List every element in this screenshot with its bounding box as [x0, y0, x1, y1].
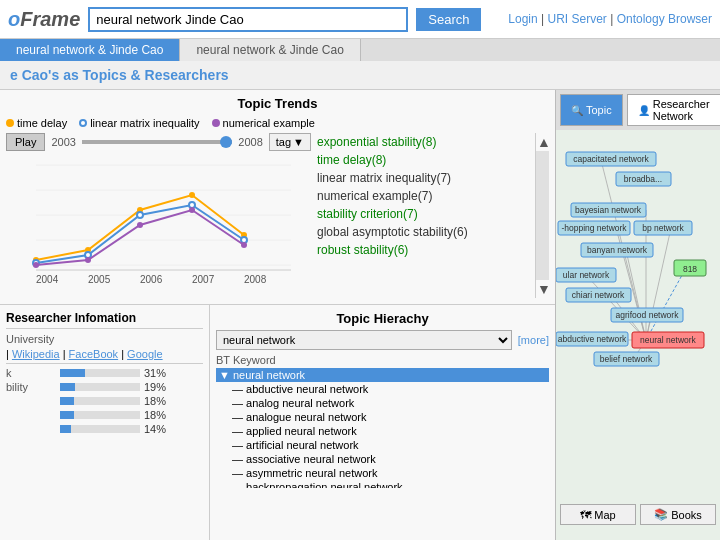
tree-child-7[interactable]: — asymmetric neural network [216, 466, 549, 480]
hierarchy-select[interactable]: neural network [216, 330, 512, 350]
svg-text:banyan network: banyan network [587, 245, 648, 255]
year-end: 2008 [238, 136, 262, 148]
stat-bar-bg-3 [60, 397, 140, 405]
tab-active[interactable]: neural network & Jinde Cao [0, 39, 180, 61]
stat-row-1: k 31% [6, 367, 203, 379]
graph-tabs: 🔍 Topic 👤 Researcher Network [556, 90, 720, 130]
legend-time-delay: time delay [6, 117, 67, 129]
stat-pct-2: 19% [144, 381, 172, 393]
researcher-panel: Researcher Infomation University | Wikip… [0, 305, 210, 540]
tag-label: tag [276, 136, 291, 148]
uri-server-link[interactable]: URI Server [547, 12, 606, 26]
svg-text:capacitated network: capacitated network [573, 154, 649, 164]
main-content: Topic Trends time delay linear matrix in… [0, 90, 720, 540]
stat-label-2: bility [6, 381, 56, 393]
tree-child-6[interactable]: — associative neural network [216, 452, 549, 466]
svg-text:broadba...: broadba... [624, 174, 662, 184]
svg-text:2005: 2005 [88, 274, 111, 285]
svg-text:agrifood network: agrifood network [616, 310, 680, 320]
graph-tab-topic[interactable]: 🔍 Topic [560, 94, 623, 126]
stat-label-1: k [6, 367, 56, 379]
tag-button[interactable]: tag ▼ [269, 133, 311, 151]
svg-text:2008: 2008 [244, 274, 267, 285]
tree-root[interactable]: ▼ neural network [216, 368, 549, 382]
list-item[interactable]: robust stability(6) [317, 241, 529, 259]
list-item[interactable]: global asymptotic stability(6) [317, 223, 529, 241]
year-start: 2003 [51, 136, 75, 148]
stat-pct-3: 18% [144, 395, 172, 407]
wikipedia-link[interactable]: Wikipedia [12, 348, 60, 360]
stat-pct-5: 14% [144, 423, 172, 435]
svg-text:abductive network: abductive network [558, 334, 627, 344]
stat-pct-1: 31% [144, 367, 172, 379]
facebook-link[interactable]: FaceBook [69, 348, 119, 360]
page-title-highlight: Topics & Researchers [83, 67, 229, 83]
svg-point-18 [137, 212, 143, 218]
stat-bar-4 [60, 411, 74, 419]
svg-text:neural network: neural network [640, 335, 697, 345]
scroll-up-arrow[interactable]: ▲ [536, 133, 549, 151]
bottom-section: Researcher Infomation University | Wikip… [0, 305, 555, 540]
trends-title: Topic Trends [6, 96, 549, 111]
svg-text:belief network: belief network [600, 354, 653, 364]
tree-child-1[interactable]: — abductive neural network [216, 382, 549, 396]
graph-tab-topic-label: Topic [586, 104, 612, 116]
play-button[interactable]: Play [6, 133, 45, 151]
svg-text:2007: 2007 [192, 274, 215, 285]
svg-text:-hopping network: -hopping network [561, 223, 627, 233]
legend-dot-3 [212, 119, 220, 127]
list-item[interactable]: stability criterion(7) [317, 205, 529, 223]
books-button[interactable]: 📚 Books [640, 504, 716, 525]
svg-text:bp network: bp network [642, 223, 684, 233]
topic-scrollbar[interactable]: ▲ ▼ [535, 133, 549, 298]
hierarchy-controls: neural network [more] [216, 330, 549, 350]
divider [6, 363, 203, 364]
svg-point-24 [189, 207, 195, 213]
legend: time delay linear matrix inequality nume… [6, 115, 549, 133]
list-item[interactable]: linear matrix inequality(7) [317, 169, 529, 187]
logo: oFrame [8, 6, 80, 32]
tree-child-8[interactable]: — backpropagation neural network [216, 480, 549, 488]
researcher-links: | Wikipedia | FaceBook | Google [6, 348, 203, 360]
map-button[interactable]: 🗺 Map [560, 504, 636, 525]
stat-row-5: 14% [6, 423, 203, 435]
tree-child-4[interactable]: — applied neural network [216, 424, 549, 438]
topic-list-container: exponential stability(8) time delay(8) l… [311, 133, 549, 298]
tree-child-3[interactable]: — analogue neural network [216, 410, 549, 424]
university-label: University [6, 333, 203, 345]
stat-bar-2 [60, 383, 75, 391]
legend-dot-1 [6, 119, 14, 127]
stat-bar-bg-1 [60, 369, 140, 377]
scroll-down-arrow[interactable]: ▼ [536, 280, 549, 298]
svg-text:ular network: ular network [563, 270, 610, 280]
tab-inactive[interactable]: neural network & Jinde Cao [180, 39, 360, 61]
list-item[interactable]: time delay(8) [317, 151, 529, 169]
page-title-prefix: e Cao's as [10, 67, 83, 83]
svg-text:2006: 2006 [140, 274, 163, 285]
legend-label-2: linear matrix inequality [90, 117, 199, 129]
search-input[interactable] [88, 7, 408, 32]
books-label: Books [671, 509, 702, 521]
graph-canvas: capacitated network broadba... bayesian … [556, 130, 720, 500]
ontology-browser-link[interactable]: Ontology Browser [617, 12, 712, 26]
graph-tab-researcher[interactable]: 👤 Researcher Network [627, 94, 720, 126]
timeline-controls: Play 2003 2008 tag ▼ [6, 133, 311, 151]
stat-bar-bg-4 [60, 411, 140, 419]
search-button[interactable]: Search [416, 8, 481, 31]
more-link[interactable]: [more] [518, 334, 549, 346]
map-label: Map [594, 509, 615, 521]
tree-child-5[interactable]: — artificial neural network [216, 438, 549, 452]
legend-matrix: linear matrix inequality [79, 117, 199, 129]
book-icon: 📚 [654, 508, 668, 521]
svg-text:818: 818 [683, 264, 697, 274]
tree-child-2[interactable]: — analog neural network [216, 396, 549, 410]
chevron-down-icon: ▼ [293, 136, 304, 148]
svg-point-14 [189, 192, 195, 198]
svg-text:2004: 2004 [36, 274, 59, 285]
login-link[interactable]: Login [508, 12, 537, 26]
stat-bar-5 [60, 425, 71, 433]
list-item[interactable]: numerical example(7) [317, 187, 529, 205]
google-link[interactable]: Google [127, 348, 162, 360]
header: oFrame Search Login | URI Server | Ontol… [0, 0, 720, 39]
list-item[interactable]: exponential stability(8) [317, 133, 529, 151]
